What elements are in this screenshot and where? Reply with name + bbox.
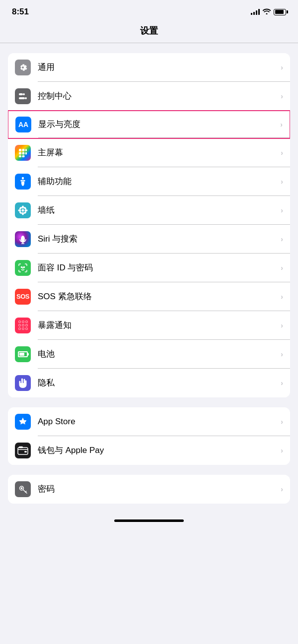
sidebar-item-battery[interactable]: 电池 › <box>8 340 290 369</box>
chevron-icon: › <box>281 92 283 100</box>
siri-label: Siri 与搜索 <box>38 233 281 245</box>
sos-icon: SOS <box>15 289 31 305</box>
settings-group-1: 通用 › 控制中心 › AA 显示与亮度 › <box>8 53 290 397</box>
sidebar-item-privacy[interactable]: 隐私 › <box>8 369 290 397</box>
battery-icon <box>274 9 286 15</box>
svg-point-20 <box>23 206 27 210</box>
chevron-icon: › <box>281 322 283 329</box>
sidebar-item-sos[interactable]: SOS SOS 紧急联络 › <box>8 282 290 311</box>
passwords-label: 密码 <box>38 483 281 495</box>
svg-rect-10 <box>19 155 21 157</box>
chevron-icon: › <box>281 293 283 301</box>
svg-point-18 <box>19 206 22 210</box>
chevron-icon: › <box>281 149 283 157</box>
sidebar-item-app-store[interactable]: App Store › <box>8 407 290 436</box>
settings-group-3: 密码 › <box>8 475 290 504</box>
gear-icon <box>15 60 31 75</box>
toggles-icon <box>15 88 31 104</box>
svg-rect-30 <box>19 447 23 448</box>
page-title: 设置 <box>0 21 298 43</box>
general-label: 通用 <box>38 62 281 73</box>
wallpaper-label: 墙纸 <box>38 204 281 216</box>
battery-settings-icon <box>15 346 31 362</box>
svg-point-13 <box>22 209 24 211</box>
sidebar-item-general[interactable]: 通用 › <box>8 53 290 82</box>
svg-point-12 <box>22 177 24 179</box>
chevron-icon: › <box>281 485 283 493</box>
svg-point-21 <box>19 211 22 214</box>
signal-icon <box>251 9 260 15</box>
exposure-label: 暴露通知 <box>38 320 281 331</box>
status-icons <box>251 8 286 16</box>
svg-point-26 <box>24 266 25 267</box>
sidebar-item-accessibility[interactable]: 辅助功能 › <box>8 167 290 196</box>
chevron-icon: › <box>281 64 283 71</box>
svg-point-25 <box>21 266 22 267</box>
aa-icon: AA <box>15 117 31 132</box>
sos-label: SOS 紧急联络 <box>38 291 281 302</box>
svg-point-17 <box>25 209 28 211</box>
svg-rect-5 <box>22 149 25 151</box>
home-screen-label: 主屏幕 <box>38 147 281 158</box>
chevron-icon: › <box>281 418 283 426</box>
chevron-icon: › <box>280 121 283 129</box>
exposure-icon <box>15 318 31 333</box>
accessibility-icon <box>15 174 31 190</box>
svg-point-2 <box>23 93 25 95</box>
svg-rect-1 <box>19 97 25 99</box>
flower-icon <box>15 202 31 218</box>
wifi-icon <box>263 8 271 16</box>
siri-icon <box>15 231 31 247</box>
sidebar-item-exposure[interactable]: 暴露通知 › <box>8 311 290 340</box>
face-id-icon <box>15 260 31 276</box>
home-bar <box>114 519 184 522</box>
svg-point-34 <box>21 487 23 489</box>
app-store-label: App Store <box>38 417 281 427</box>
svg-rect-11 <box>22 155 25 157</box>
chevron-icon: › <box>281 235 283 243</box>
svg-point-3 <box>25 97 27 99</box>
accessibility-label: 辅助功能 <box>38 176 281 187</box>
svg-rect-8 <box>22 152 25 154</box>
sidebar-item-control-center[interactable]: 控制中心 › <box>8 82 290 111</box>
svg-rect-4 <box>19 149 21 151</box>
title-divider <box>0 43 298 43</box>
grid-icon <box>15 145 31 161</box>
hand-icon <box>15 375 31 391</box>
appstore-icon <box>15 414 31 430</box>
svg-point-14 <box>22 205 24 208</box>
sidebar-item-wallpaper[interactable]: 墙纸 › <box>8 196 290 225</box>
sidebar-item-passwords[interactable]: 密码 › <box>8 475 290 504</box>
sidebar-item-face-id[interactable]: 面容 ID 与密码 › <box>8 254 290 282</box>
svg-point-15 <box>22 212 24 215</box>
svg-line-33 <box>25 491 26 492</box>
status-bar: 8:51 <box>0 0 298 21</box>
status-time: 8:51 <box>12 7 29 17</box>
chevron-icon: › <box>281 206 283 214</box>
chevron-icon: › <box>281 178 283 186</box>
svg-rect-0 <box>19 93 23 95</box>
svg-rect-9 <box>25 152 27 154</box>
battery-label: 电池 <box>38 348 281 360</box>
face-id-label: 面容 ID 与密码 <box>38 262 281 273</box>
svg-rect-28 <box>18 448 28 454</box>
wallet-icon <box>15 443 31 458</box>
svg-point-16 <box>18 209 21 211</box>
sidebar-item-home-screen[interactable]: 主屏幕 › <box>8 138 290 167</box>
settings-group-2: App Store › 钱包与 Apple Pay › <box>8 407 290 465</box>
svg-rect-7 <box>19 152 21 154</box>
privacy-label: 隐私 <box>38 377 281 388</box>
sidebar-item-siri[interactable]: Siri 与搜索 › <box>8 225 290 254</box>
chevron-icon: › <box>281 350 283 358</box>
sidebar-item-display[interactable]: AA 显示与亮度 › <box>8 110 290 139</box>
svg-rect-6 <box>25 149 27 151</box>
home-indicator <box>0 512 298 526</box>
control-center-label: 控制中心 <box>38 90 281 102</box>
svg-rect-29 <box>24 451 27 452</box>
chevron-icon: › <box>281 447 283 454</box>
sidebar-item-wallet[interactable]: 钱包与 Apple Pay › <box>8 436 290 465</box>
key-icon <box>15 481 31 497</box>
chevron-icon: › <box>281 264 283 272</box>
wallet-label: 钱包与 Apple Pay <box>38 445 281 456</box>
svg-point-19 <box>23 211 27 214</box>
